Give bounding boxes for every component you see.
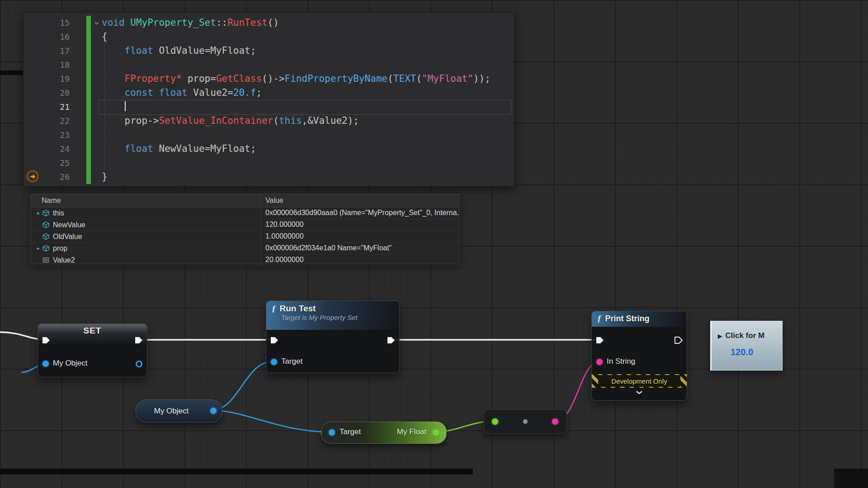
string-output-pin[interactable] [552,418,558,425]
line-number[interactable]: 18 [24,58,70,72]
object-input-pin-label: My Object [53,359,88,368]
code-token: ; [256,87,262,98]
float-to-string-conversion-node[interactable] [483,409,567,434]
column-header-value[interactable]: Value [260,194,459,207]
code-token: OldValue=MyFloat; [153,45,256,56]
code-token: this [279,115,302,126]
code-line[interactable]: { [102,30,511,44]
code-line[interactable]: } [102,170,511,184]
code-token [102,45,125,56]
watch-name-cell: NewValue [31,219,260,230]
my-float-getter-node[interactable]: Target My Float [321,422,447,444]
code-line[interactable]: prop->SetValue_InContainer(this,&Value2)… [102,114,511,128]
code-token: prop-> [102,115,159,126]
line-number[interactable]: 20 [24,86,70,100]
watch-variable-value: 0x000006d30d90aaa0 (Name="MyProperty_Set… [260,207,459,219]
code-token: TEXT [393,73,416,84]
code-token: FindPropertyByName [285,73,388,84]
debugger-watch-panel[interactable]: Name Value ▸this0x000006d30d90aaa0 (Name… [30,194,459,264]
watch-body: ▸this0x000006d30d90aaa0 (Name="MyPropert… [31,207,459,266]
line-number[interactable]: 17 [24,44,70,58]
line-number[interactable]: 23 [24,128,70,142]
in-string-input-pin[interactable] [596,359,603,365]
code-token: void [102,17,125,28]
code-token: { [102,31,108,42]
float-output-pin[interactable] [433,429,439,436]
code-token: ( [273,115,279,126]
exec-out-pin[interactable] [134,336,143,345]
object-variable-icon [42,233,50,240]
expand-node-chevron[interactable] [592,388,687,396]
exec-out-pin[interactable] [674,336,683,345]
code-token: 20.f [233,87,256,98]
function-icon: ƒ [597,314,602,324]
function-icon: ƒ [272,304,276,314]
watch-name-cell: ▸this [31,207,260,219]
code-token: () [268,17,279,28]
watch-variable-value: 20.0000000 [260,254,459,266]
my-object-label: My Object [136,400,207,422]
run-test-node-title: Run Test [280,304,316,314]
line-number[interactable]: 15 [24,16,70,30]
execution-pointer-icon[interactable]: ➜ [27,170,38,182]
code-token [153,87,159,98]
line-number[interactable]: 24 [24,142,70,156]
code-line[interactable] [102,128,511,142]
watch-row[interactable]: ▸prop0x000006d2f034e1a0 Name="MyFloat" [31,243,459,254]
my-object-variable-node[interactable]: My Object [136,399,222,422]
watch-name-cell: OldValue [31,231,260,242]
watch-row[interactable]: Value220.0000000 [31,254,459,266]
code-line[interactable] [102,156,511,170]
code-token: ( [416,73,422,84]
target-input-pin[interactable] [329,429,335,436]
code-token [102,143,125,154]
expander-icon[interactable]: ▸ [34,245,42,251]
column-header-name[interactable]: Name [31,194,260,207]
code-token [102,73,125,84]
line-number[interactable]: 22 [24,114,70,128]
code-line[interactable]: void UMyProperty_Set::RunTest() [102,16,511,30]
print-string-node[interactable]: ƒ Print String In String Development Onl… [591,311,687,401]
bubble-label-text: Click for M [725,331,764,340]
object-output-pin[interactable] [210,408,217,414]
code-token: ( [387,73,393,84]
watch-row[interactable]: ▸this0x000006d30d90aaa0 (Name="MyPropert… [31,207,459,219]
line-number[interactable]: 21 [24,100,70,114]
blueprint-canvas[interactable]: { "editor": { "fold_glyph": "⌄", "lines"… [0,0,868,488]
code-line[interactable]: const float Value2=20.f; [102,86,511,100]
exec-in-pin[interactable] [42,336,51,345]
code-token [125,17,131,28]
my-float-pin-label: My Float [397,427,426,436]
code-token: GetClass [216,73,262,84]
set-node[interactable]: SET My Object [38,324,147,377]
code-line[interactable]: float NewValue=MyFloat; [102,142,511,156]
watch-row[interactable]: NewValue120.000000 [31,219,459,231]
object-input-pin[interactable] [42,361,49,367]
target-pin-label: Target [340,427,361,436]
code-line[interactable]: FProperty* prop=GetClass()->FindProperty… [102,72,511,86]
exec-in-pin[interactable] [270,336,279,345]
float-input-pin[interactable] [492,418,498,425]
object-wire-myobject-to-target[interactable] [212,361,273,410]
run-test-node[interactable]: ƒ Run Test Target is My Property Set Tar… [266,300,400,373]
line-number[interactable]: 25 [24,156,70,170]
code-editor-panel[interactable]: 151617181920212223242526 ⌄ void UMyPrope… [23,12,514,187]
code-line[interactable]: float OldValue=MyFloat; [102,44,511,58]
watch-variable-value: 0x000006d2f034e1a0 Name="MyFloat" [260,243,459,254]
exec-in-pin[interactable] [595,336,604,345]
expander-icon[interactable]: ▸ [34,210,42,216]
play-icon: ▶ [718,333,722,339]
line-number[interactable]: 16 [24,30,70,44]
watch-row[interactable]: OldValue1.00000000 [31,231,459,243]
line-number[interactable]: 19 [24,72,70,86]
fold-chevron-icon[interactable]: ⌄ [91,14,102,28]
debug-value-bubble[interactable]: ▶Click for M 120.0 [710,321,783,371]
code-line[interactable] [102,58,511,72]
target-input-pin[interactable] [271,359,277,365]
watch-name-cell: ▸prop [31,243,260,254]
code-token: SetValue_InContainer [159,115,273,126]
watch-name-cell: Value2 [31,254,260,266]
object-wire-myobject-to-getter[interactable] [212,410,330,432]
exec-out-pin[interactable] [387,336,396,345]
object-output-pin[interactable] [136,361,142,367]
